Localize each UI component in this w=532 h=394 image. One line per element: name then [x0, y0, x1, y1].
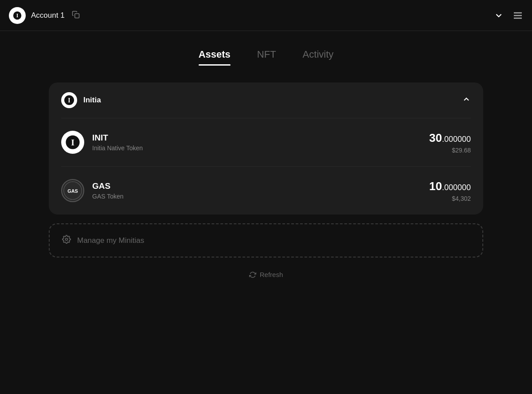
header-actions: [494, 10, 523, 21]
init-token-icon: I: [65, 135, 80, 150]
chain-logo-icon: I: [64, 95, 74, 105]
initia-logo-icon: I: [13, 11, 22, 20]
copy-icon[interactable]: [72, 11, 80, 20]
token-avatar-gas: GAS: [61, 179, 84, 202]
svg-text:I: I: [68, 97, 70, 104]
svg-text:GAS: GAS: [67, 188, 78, 194]
svg-text:I: I: [16, 13, 19, 19]
token-amount-init: 30.000000: [429, 131, 471, 145]
account-avatar: I: [9, 7, 26, 24]
token-symbol-gas: GAS: [92, 181, 124, 191]
refresh-button[interactable]: Refresh: [249, 271, 283, 278]
assets-card: I Initia I: [49, 82, 483, 215]
tab-assets[interactable]: Assets: [199, 49, 231, 65]
account-name: Account 1: [31, 11, 65, 20]
header: I Account 1: [0, 0, 532, 31]
token-left-init: I INIT Initia Native Token: [61, 131, 143, 154]
token-symbol-init: INIT: [92, 133, 143, 143]
token-description-gas: GAS Token: [92, 193, 124, 200]
token-balance-gas: 10.000000 $4,302: [429, 179, 471, 202]
gear-icon: [62, 235, 71, 246]
chain-name: Initia: [83, 96, 101, 105]
chain-avatar: I: [61, 92, 77, 108]
token-balance-init: 30.000000 $29.68: [429, 131, 471, 154]
token-usd-init: $29.68: [429, 147, 471, 154]
token-details-gas: GAS GAS Token: [92, 181, 124, 200]
token-row-gas[interactable]: GAS GAS GAS Token 10.000000 $4,302: [49, 167, 483, 215]
token-row-init[interactable]: I INIT Initia Native Token 30.000000 $29…: [49, 118, 483, 166]
refresh-icon: [249, 271, 256, 278]
svg-text:I: I: [71, 137, 74, 147]
token-amount-whole-gas: 10: [429, 179, 442, 193]
manage-minitias-button[interactable]: Manage my Minitias: [49, 223, 483, 257]
account-info: I Account 1: [9, 7, 80, 24]
token-amount-decimal-init: .000000: [442, 135, 471, 144]
tab-nft[interactable]: NFT: [257, 49, 276, 65]
main-content: Assets NFT Activity I Initia: [0, 31, 532, 278]
token-left-gas: GAS GAS GAS Token: [61, 179, 124, 202]
hamburger-menu-button[interactable]: [512, 10, 523, 21]
token-amount-whole-init: 30: [429, 131, 442, 144]
token-details-init: INIT Initia Native Token: [92, 133, 143, 152]
svg-rect-2: [74, 13, 79, 18]
gas-token-icon: GAS: [63, 181, 82, 200]
manage-minitias-label: Manage my Minitias: [77, 236, 144, 245]
collapse-icon: [462, 95, 471, 106]
token-amount-gas: 10.000000: [429, 179, 471, 193]
chain-info: I Initia: [61, 92, 101, 108]
tab-bar: Assets NFT Activity: [199, 49, 334, 65]
token-description-init: Initia Native Token: [92, 144, 143, 152]
tab-activity[interactable]: Activity: [303, 49, 334, 65]
svg-point-12: [66, 238, 68, 241]
token-usd-gas: $4,302: [429, 195, 471, 202]
chain-header[interactable]: I Initia: [49, 82, 483, 118]
token-avatar-init: I: [61, 131, 84, 154]
refresh-label: Refresh: [260, 271, 283, 278]
token-amount-decimal-gas: .000000: [442, 183, 471, 192]
account-dropdown-button[interactable]: [494, 11, 504, 20]
